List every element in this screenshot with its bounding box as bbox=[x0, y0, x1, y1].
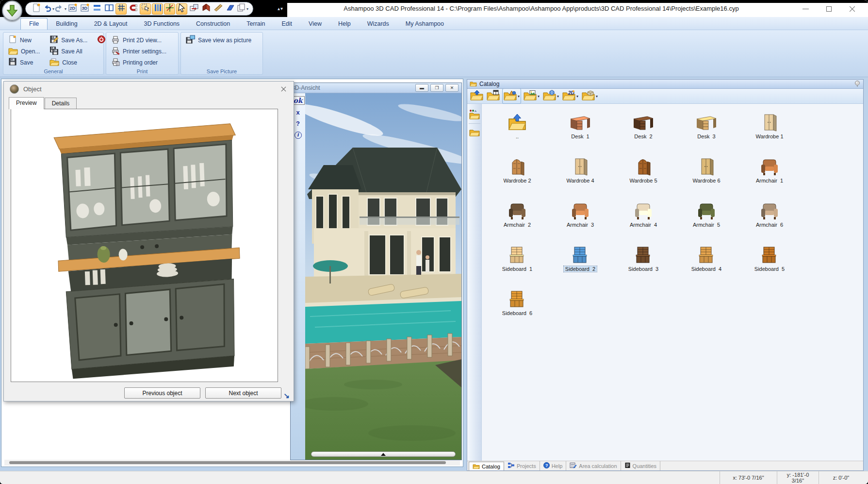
catalog-item-armchair-5[interactable]: Armchair 5 bbox=[675, 196, 738, 240]
scrollbar-thumb[interactable] bbox=[9, 461, 446, 464]
object-dialog-close-icon[interactable] bbox=[278, 84, 289, 94]
catalog-item-armchair-2[interactable]: Armchair 2 bbox=[486, 196, 549, 240]
qat-button-layer-lines[interactable] bbox=[91, 3, 102, 15]
catalog-toolbar-button-folder-picture[interactable]: ▾ bbox=[523, 89, 540, 103]
qat-button-magnet[interactable] bbox=[128, 3, 139, 15]
ribbon-item-save-as[interactable]: Save As... bbox=[48, 34, 89, 46]
ribbon-item-close[interactable]: Close bbox=[48, 57, 89, 68]
tab-file[interactable]: File bbox=[20, 18, 48, 30]
catalog-toolbar-button-folder-room[interactable]: ▾ bbox=[581, 89, 599, 103]
view-3d-minimize-button[interactable]: ▬ bbox=[415, 84, 428, 92]
catalog-item-sideboard-6[interactable]: Sideboard 6 bbox=[486, 284, 549, 329]
minimize-button[interactable] bbox=[798, 4, 813, 14]
qat-button-new-doc[interactable] bbox=[31, 3, 42, 15]
maximize-button[interactable] bbox=[821, 4, 836, 14]
bottom-tab-quantities[interactable]: Quantities bbox=[621, 461, 661, 470]
ribbon-item-open[interactable]: Open... bbox=[6, 46, 42, 57]
tab-2d-layout[interactable]: 2D & Layout bbox=[86, 18, 136, 30]
catalog-titlebar[interactable]: Catalog bbox=[467, 80, 863, 89]
tab-wizards[interactable]: Wizards bbox=[359, 18, 397, 30]
tab-building[interactable]: Building bbox=[48, 18, 85, 30]
object-dialog-tab-preview[interactable]: Preview bbox=[9, 97, 44, 109]
tab-terrain[interactable]: Terrain bbox=[238, 18, 273, 30]
qat-button-section-bars[interactable] bbox=[152, 3, 163, 15]
catalog-item-desk-1[interactable]: Desk 1 bbox=[549, 108, 612, 152]
qat-button-copy-pages[interactable]: ▾ bbox=[237, 3, 248, 15]
ribbon-group-label: Save Picture bbox=[181, 68, 262, 76]
catalog-item-wardrobe-6[interactable]: Wardrobe 6 bbox=[675, 152, 738, 196]
catalog-toolbar-button-folder-objects[interactable]: ▾ bbox=[502, 88, 521, 104]
tab-my-ashampoo[interactable]: My Ashampoo bbox=[397, 18, 452, 30]
bottom-tab-area-calculation[interactable]: Area calculation bbox=[566, 461, 621, 470]
view-3d-scene[interactable] bbox=[305, 93, 461, 460]
tab-construction[interactable]: Construction bbox=[188, 18, 238, 30]
catalog-toolbar-button-folder-globe[interactable]: ▾ bbox=[542, 89, 560, 103]
rail-button-folder-plain[interactable] bbox=[469, 127, 480, 140]
qat-button-view-3d[interactable]: 3D bbox=[79, 3, 90, 15]
catalog-item-desk-2[interactable]: Desk 2 bbox=[612, 108, 675, 152]
horizontal-scrollbar[interactable] bbox=[4, 460, 460, 466]
catalog-item-sideboard-4[interactable]: Sideboard 4 bbox=[675, 240, 738, 284]
ribbon-item-printing-order[interactable]: Printing order bbox=[109, 57, 174, 68]
ribbon-item-save-all[interactable]: Save All bbox=[48, 46, 89, 57]
view-3d-button-i[interactable]: i bbox=[295, 132, 302, 139]
ribbon-item-save[interactable]: Save bbox=[6, 57, 42, 68]
ribbon-item-print-2d-view[interactable]: Print 2D view... bbox=[109, 34, 174, 46]
catalog-item-sideboard-3[interactable]: Sideboard 3 bbox=[612, 240, 675, 284]
catalog-item-wardrobe-5[interactable]: Wardrobe 5 bbox=[612, 152, 675, 196]
ribbon-item-save-view-as-picture[interactable]: Save view as picture bbox=[184, 34, 259, 46]
app-logo-button[interactable] bbox=[2, 0, 22, 21]
catalog-item-armchair-4[interactable]: Armchair 4 bbox=[612, 196, 675, 240]
walkthrough-slider[interactable] bbox=[311, 451, 456, 457]
catalog-item[interactable]: .. bbox=[486, 108, 549, 152]
catalog-toolbar-button-folder-import[interactable] bbox=[469, 89, 484, 103]
pin-icon[interactable] bbox=[853, 80, 861, 89]
view-3d-close-button[interactable]: ✕ bbox=[445, 84, 459, 92]
catalog-item-armchair-1[interactable]: Armchair 1 bbox=[738, 152, 801, 196]
rail-button-folder-groups[interactable]: A bbox=[469, 108, 480, 124]
previous-object-button[interactable]: Previous object bbox=[124, 387, 200, 399]
catalog-item-sideboard-5[interactable]: Sideboard 5 bbox=[738, 240, 801, 284]
view-3d-button-x[interactable]: x bbox=[296, 109, 299, 116]
qat-button-redo[interactable]: ▾ bbox=[55, 3, 66, 15]
qat-button-undo[interactable]: ▾ bbox=[43, 3, 54, 15]
catalog-item-desk-3[interactable]: Desk 3 bbox=[675, 108, 738, 152]
qat-button-select-area[interactable] bbox=[140, 3, 151, 15]
qat-button-cursor[interactable] bbox=[176, 3, 187, 15]
object-dialog-titlebar[interactable]: Object bbox=[4, 82, 294, 96]
qat-customize-icon[interactable]: ▴▾ bbox=[278, 6, 283, 11]
object-dialog-tab-details[interactable]: Details bbox=[45, 98, 77, 109]
qat-button-tile-tool[interactable] bbox=[225, 3, 236, 15]
qat-button-grid[interactable] bbox=[115, 3, 127, 15]
close-button[interactable] bbox=[845, 4, 859, 14]
ribbon-item-printer-settings[interactable]: Printer settings... bbox=[109, 46, 174, 57]
qat-button-view-2d[interactable]: 2D bbox=[67, 3, 78, 15]
view-3d-titlebar[interactable]: 3D-Ansicht ▬ ❐ ✕ bbox=[291, 83, 461, 93]
ribbon-item-new[interactable]: New bbox=[6, 34, 42, 46]
tab-help[interactable]: Help bbox=[330, 18, 359, 30]
dialog-resize-icon[interactable]: ↘ bbox=[283, 391, 290, 400]
catalog-item-armchair-3[interactable]: Armchair 3 bbox=[549, 196, 612, 240]
qat-button-roof-tool[interactable] bbox=[200, 3, 212, 15]
bottom-tab-catalog[interactable]: Catalog bbox=[469, 462, 504, 470]
bottom-tab-projects[interactable]: Projects bbox=[504, 461, 540, 470]
catalog-item-wardrobe-1[interactable]: Wardrobe 1 bbox=[738, 108, 801, 152]
qat-button-split-window[interactable] bbox=[103, 3, 115, 15]
view-3d-button[interactable]: ? bbox=[296, 120, 300, 127]
catalog-item-armchair-6[interactable]: Armchair 6 bbox=[738, 196, 801, 240]
catalog-toolbar-button-folder-2d[interactable]: 2D▾ bbox=[561, 89, 579, 103]
tab-view[interactable]: View bbox=[300, 18, 330, 30]
qat-button-axes[interactable] bbox=[164, 3, 175, 15]
qat-button-framing-tool[interactable] bbox=[213, 3, 224, 15]
tab-3d-functions[interactable]: 3D Functions bbox=[135, 18, 188, 30]
catalog-item-sideboard-1[interactable]: Sideboard 1 bbox=[486, 240, 549, 284]
catalog-toolbar-button-folder-window[interactable] bbox=[486, 89, 501, 103]
catalog-item-wardrobe-4[interactable]: Wardrobe 4 bbox=[549, 152, 612, 196]
catalog-item-wardrobe-2[interactable]: Wardrobe 2 bbox=[486, 152, 549, 196]
tab-edit[interactable]: Edit bbox=[274, 18, 301, 30]
catalog-item-sideboard-2[interactable]: Sideboard 2 bbox=[549, 240, 612, 284]
qat-button-transfer-view[interactable] bbox=[188, 3, 199, 15]
bottom-tab-help[interactable]: ?Help bbox=[540, 461, 567, 470]
next-object-button[interactable]: Next object bbox=[205, 387, 281, 399]
view-3d-restore-button[interactable]: ❐ bbox=[430, 84, 443, 92]
